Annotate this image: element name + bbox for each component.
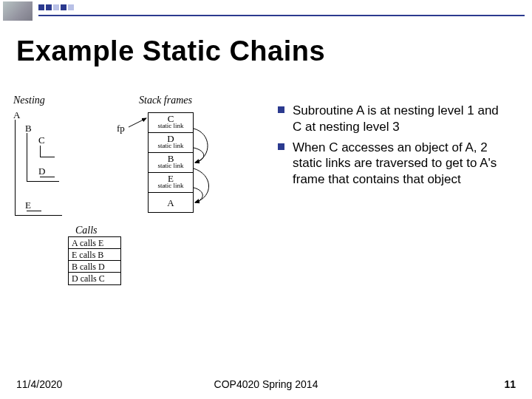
frame-sub: static link [150, 183, 191, 189]
frame-sub: static link [150, 143, 191, 149]
header-decoration [0, 0, 532, 25]
accent-line [38, 15, 525, 16]
stackframes-label: Stack frames [139, 95, 192, 106]
calls-row: E calls B [69, 249, 120, 261]
svg-line-0 [129, 118, 146, 127]
calls-row: D calls C [69, 273, 120, 284]
stack-frame: E static link [149, 172, 193, 192]
nest-box-D [40, 177, 55, 177]
calls-table: A calls E E calls B B calls D D calls C [68, 236, 121, 285]
frame-name: A [167, 197, 174, 208]
nest-box-E [27, 211, 41, 211]
bullet-item: When C accesses an object of A, 2 static… [278, 140, 510, 188]
calls-row: A calls E [69, 237, 120, 249]
static-chains-diagram: Nesting Stack frames Calls fp A B C D E … [13, 96, 235, 325]
page-title: Example Static Chains [16, 35, 325, 67]
nest-box-C [40, 146, 55, 157]
calls-row: B calls D [69, 261, 120, 273]
fp-label: fp [117, 123, 125, 134]
nesting-label: Nesting [13, 95, 45, 106]
accent-squares [38, 4, 74, 10]
bullet-item: Subroutine A is at nesting level 1 and C… [278, 103, 510, 135]
bullet-list: Subroutine A is at nesting level 1 and C… [248, 103, 510, 192]
stack-frame: D static link [149, 132, 193, 152]
calls-label: Calls [75, 225, 98, 236]
frame-sub: static link [150, 123, 191, 129]
footer-course: COP4020 Spring 2014 [0, 378, 532, 390]
nest-D: D [38, 166, 45, 177]
frame-sub: static link [150, 163, 191, 169]
stack-frames: C static link D static link B static lin… [148, 112, 194, 213]
nest-E: E [25, 200, 31, 211]
logo-image [3, 1, 33, 21]
stack-frame: C static link [149, 112, 193, 132]
stack-frame: A [149, 192, 193, 212]
stack-frame: B static link [149, 152, 193, 172]
nest-C: C [38, 134, 45, 146]
footer-page: 11 [504, 378, 516, 390]
